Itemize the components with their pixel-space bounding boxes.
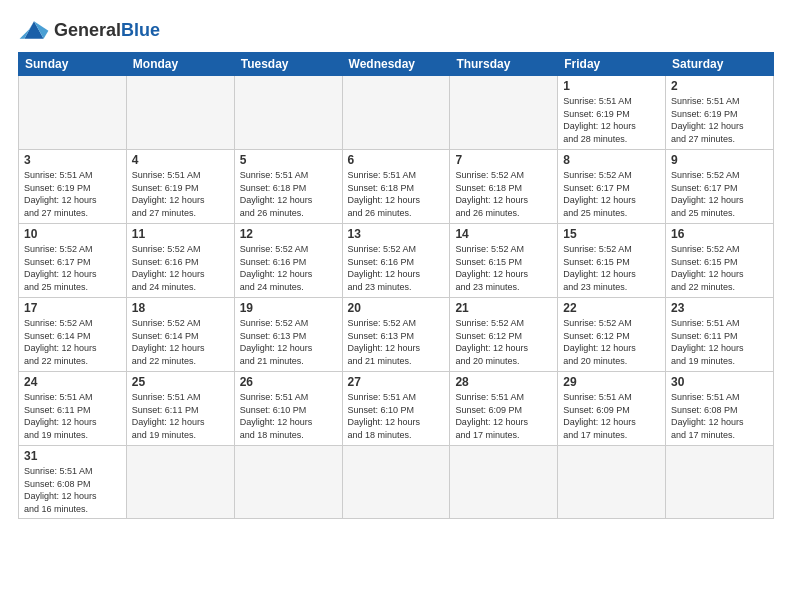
calendar-cell: 4Sunrise: 5:51 AMSunset: 6:19 PMDaylight… [126,150,234,224]
logo-icon [18,16,50,44]
day-number: 10 [24,227,121,241]
day-info: Sunrise: 5:51 AMSunset: 6:18 PMDaylight:… [348,169,445,219]
day-number: 14 [455,227,552,241]
calendar-header-monday: Monday [126,53,234,76]
calendar-cell: 27Sunrise: 5:51 AMSunset: 6:10 PMDayligh… [342,372,450,446]
day-info: Sunrise: 5:51 AMSunset: 6:19 PMDaylight:… [563,95,660,145]
calendar-header-thursday: Thursday [450,53,558,76]
calendar-week-2: 10Sunrise: 5:52 AMSunset: 6:17 PMDayligh… [19,224,774,298]
day-number: 20 [348,301,445,315]
calendar-week-3: 17Sunrise: 5:52 AMSunset: 6:14 PMDayligh… [19,298,774,372]
calendar-week-0: 1Sunrise: 5:51 AMSunset: 6:19 PMDaylight… [19,76,774,150]
calendar-header-saturday: Saturday [666,53,774,76]
calendar-cell: 31Sunrise: 5:51 AMSunset: 6:08 PMDayligh… [19,446,127,519]
day-number: 1 [563,79,660,93]
calendar-cell: 16Sunrise: 5:52 AMSunset: 6:15 PMDayligh… [666,224,774,298]
calendar-header-wednesday: Wednesday [342,53,450,76]
day-info: Sunrise: 5:52 AMSunset: 6:16 PMDaylight:… [240,243,337,293]
day-info: Sunrise: 5:52 AMSunset: 6:15 PMDaylight:… [563,243,660,293]
day-number: 25 [132,375,229,389]
calendar-header-sunday: Sunday [19,53,127,76]
calendar-cell: 14Sunrise: 5:52 AMSunset: 6:15 PMDayligh… [450,224,558,298]
day-info: Sunrise: 5:51 AMSunset: 6:19 PMDaylight:… [671,95,768,145]
calendar-cell [342,76,450,150]
calendar-cell: 20Sunrise: 5:52 AMSunset: 6:13 PMDayligh… [342,298,450,372]
header: GeneralBlue [18,16,774,44]
calendar-cell [126,446,234,519]
calendar-cell [234,76,342,150]
day-number: 28 [455,375,552,389]
calendar-cell [126,76,234,150]
calendar-cell: 29Sunrise: 5:51 AMSunset: 6:09 PMDayligh… [558,372,666,446]
day-info: Sunrise: 5:51 AMSunset: 6:11 PMDaylight:… [132,391,229,441]
day-info: Sunrise: 5:52 AMSunset: 6:17 PMDaylight:… [24,243,121,293]
calendar-header-row: SundayMondayTuesdayWednesdayThursdayFrid… [19,53,774,76]
calendar-cell: 26Sunrise: 5:51 AMSunset: 6:10 PMDayligh… [234,372,342,446]
calendar-cell [234,446,342,519]
day-number: 2 [671,79,768,93]
calendar-cell: 17Sunrise: 5:52 AMSunset: 6:14 PMDayligh… [19,298,127,372]
day-number: 23 [671,301,768,315]
day-number: 30 [671,375,768,389]
calendar-cell: 24Sunrise: 5:51 AMSunset: 6:11 PMDayligh… [19,372,127,446]
calendar-cell [342,446,450,519]
calendar-cell: 25Sunrise: 5:51 AMSunset: 6:11 PMDayligh… [126,372,234,446]
day-number: 3 [24,153,121,167]
calendar-week-1: 3Sunrise: 5:51 AMSunset: 6:19 PMDaylight… [19,150,774,224]
day-info: Sunrise: 5:51 AMSunset: 6:08 PMDaylight:… [24,465,121,515]
calendar-cell: 30Sunrise: 5:51 AMSunset: 6:08 PMDayligh… [666,372,774,446]
calendar-cell: 15Sunrise: 5:52 AMSunset: 6:15 PMDayligh… [558,224,666,298]
day-number: 31 [24,449,121,463]
calendar-cell [450,76,558,150]
day-info: Sunrise: 5:51 AMSunset: 6:09 PMDaylight:… [455,391,552,441]
day-number: 19 [240,301,337,315]
day-info: Sunrise: 5:52 AMSunset: 6:15 PMDaylight:… [455,243,552,293]
day-number: 24 [24,375,121,389]
day-info: Sunrise: 5:52 AMSunset: 6:16 PMDaylight:… [132,243,229,293]
day-number: 16 [671,227,768,241]
day-number: 27 [348,375,445,389]
day-number: 18 [132,301,229,315]
calendar-page: GeneralBlue SundayMondayTuesdayWednesday… [0,0,792,612]
calendar-cell: 21Sunrise: 5:52 AMSunset: 6:12 PMDayligh… [450,298,558,372]
calendar-header-friday: Friday [558,53,666,76]
day-info: Sunrise: 5:52 AMSunset: 6:13 PMDaylight:… [240,317,337,367]
calendar-cell: 19Sunrise: 5:52 AMSunset: 6:13 PMDayligh… [234,298,342,372]
calendar-cell [666,446,774,519]
day-info: Sunrise: 5:51 AMSunset: 6:10 PMDaylight:… [348,391,445,441]
logo: GeneralBlue [18,16,160,44]
calendar-cell: 1Sunrise: 5:51 AMSunset: 6:19 PMDaylight… [558,76,666,150]
calendar-cell: 11Sunrise: 5:52 AMSunset: 6:16 PMDayligh… [126,224,234,298]
day-number: 12 [240,227,337,241]
calendar-cell: 6Sunrise: 5:51 AMSunset: 6:18 PMDaylight… [342,150,450,224]
calendar-cell: 28Sunrise: 5:51 AMSunset: 6:09 PMDayligh… [450,372,558,446]
calendar-cell: 3Sunrise: 5:51 AMSunset: 6:19 PMDaylight… [19,150,127,224]
day-info: Sunrise: 5:51 AMSunset: 6:08 PMDaylight:… [671,391,768,441]
calendar-cell: 10Sunrise: 5:52 AMSunset: 6:17 PMDayligh… [19,224,127,298]
calendar-header-tuesday: Tuesday [234,53,342,76]
day-info: Sunrise: 5:52 AMSunset: 6:13 PMDaylight:… [348,317,445,367]
day-info: Sunrise: 5:51 AMSunset: 6:10 PMDaylight:… [240,391,337,441]
day-info: Sunrise: 5:52 AMSunset: 6:12 PMDaylight:… [455,317,552,367]
day-number: 15 [563,227,660,241]
calendar-week-5: 31Sunrise: 5:51 AMSunset: 6:08 PMDayligh… [19,446,774,519]
day-info: Sunrise: 5:52 AMSunset: 6:15 PMDaylight:… [671,243,768,293]
day-number: 26 [240,375,337,389]
day-info: Sunrise: 5:52 AMSunset: 6:17 PMDaylight:… [671,169,768,219]
calendar-cell: 22Sunrise: 5:52 AMSunset: 6:12 PMDayligh… [558,298,666,372]
day-number: 4 [132,153,229,167]
calendar-cell: 12Sunrise: 5:52 AMSunset: 6:16 PMDayligh… [234,224,342,298]
day-info: Sunrise: 5:51 AMSunset: 6:11 PMDaylight:… [671,317,768,367]
day-info: Sunrise: 5:51 AMSunset: 6:19 PMDaylight:… [132,169,229,219]
logo-text: GeneralBlue [54,20,160,41]
day-info: Sunrise: 5:52 AMSunset: 6:18 PMDaylight:… [455,169,552,219]
day-info: Sunrise: 5:52 AMSunset: 6:14 PMDaylight:… [24,317,121,367]
calendar-cell [19,76,127,150]
calendar-cell: 5Sunrise: 5:51 AMSunset: 6:18 PMDaylight… [234,150,342,224]
day-info: Sunrise: 5:52 AMSunset: 6:16 PMDaylight:… [348,243,445,293]
calendar-week-4: 24Sunrise: 5:51 AMSunset: 6:11 PMDayligh… [19,372,774,446]
day-info: Sunrise: 5:52 AMSunset: 6:14 PMDaylight:… [132,317,229,367]
calendar-cell: 13Sunrise: 5:52 AMSunset: 6:16 PMDayligh… [342,224,450,298]
calendar-cell: 23Sunrise: 5:51 AMSunset: 6:11 PMDayligh… [666,298,774,372]
day-info: Sunrise: 5:51 AMSunset: 6:11 PMDaylight:… [24,391,121,441]
